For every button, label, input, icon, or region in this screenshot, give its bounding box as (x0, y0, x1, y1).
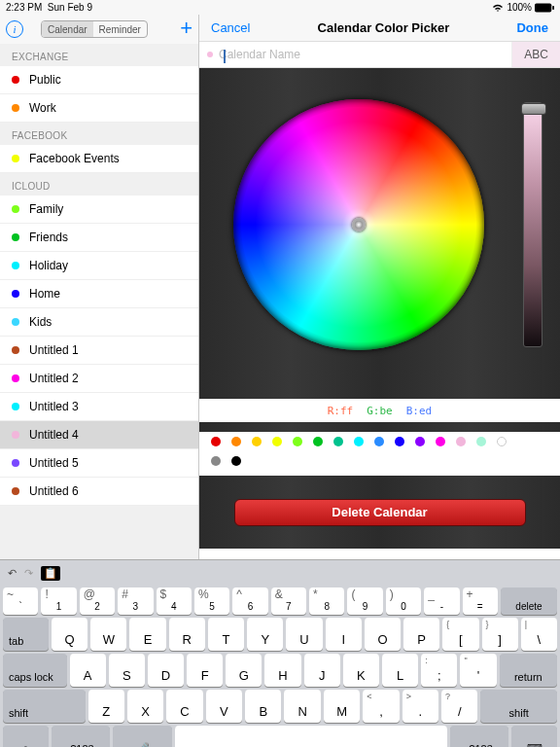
brightness-handle[interactable] (521, 103, 546, 115)
swatch[interactable] (211, 437, 221, 446)
key[interactable]: shift (480, 690, 557, 723)
swatch[interactable] (456, 437, 466, 446)
key[interactable]: (9 (347, 587, 382, 615)
key[interactable]: I (326, 618, 362, 651)
tab-reminder[interactable]: Reminder (93, 21, 147, 37)
key[interactable]: L (382, 654, 418, 687)
sidebar-item[interactable]: Untitled 1 (0, 337, 198, 365)
key[interactable]: caps lock (3, 654, 67, 687)
swatch[interactable] (374, 437, 384, 446)
sidebar-item[interactable]: Work (0, 94, 198, 123)
swatch[interactable] (293, 437, 302, 446)
key[interactable]: *8 (309, 587, 344, 615)
key[interactable]: ~` (3, 587, 38, 615)
key[interactable]: tab (3, 618, 49, 651)
mode-segmented[interactable]: Calendar Reminder (41, 20, 148, 38)
swatch[interactable] (211, 456, 221, 466)
key[interactable]: Q (52, 618, 88, 651)
key[interactable]: M (324, 690, 360, 723)
key[interactable]: K (343, 654, 379, 687)
swatch[interactable] (313, 437, 323, 446)
key[interactable]: += (463, 587, 498, 615)
key[interactable]: D (148, 654, 184, 687)
swatch[interactable] (231, 456, 241, 466)
key[interactable]: <, (363, 690, 399, 723)
info-button[interactable]: i (6, 20, 23, 38)
key[interactable]: V (206, 690, 242, 723)
sidebar-item[interactable]: Friends (0, 224, 198, 252)
cancel-button[interactable]: Cancel (211, 20, 250, 35)
key[interactable]: S (109, 654, 145, 687)
key[interactable]: !1 (41, 587, 76, 615)
wheel-handle[interactable] (352, 218, 366, 231)
key[interactable]: E (129, 618, 165, 651)
color-wheel[interactable] (233, 99, 484, 350)
key[interactable]: >. (402, 690, 438, 723)
key[interactable]: |\ (521, 618, 557, 651)
key[interactable]: }] (482, 618, 518, 651)
key[interactable]: F (187, 654, 223, 687)
key[interactable]: R (169, 618, 205, 651)
brightness-slider[interactable] (523, 102, 542, 347)
key[interactable]: .?123 (52, 726, 111, 747)
key[interactable]: ^6 (232, 587, 267, 615)
key[interactable]: _- (424, 587, 459, 615)
swatch[interactable] (272, 437, 282, 446)
mic-key[interactable]: 🎤 (113, 726, 172, 747)
sidebar-item[interactable]: Public (0, 66, 198, 94)
key[interactable]: J (304, 654, 340, 687)
add-button[interactable]: + (180, 16, 192, 44)
sidebar-item[interactable]: Facebook Events (0, 145, 198, 173)
delete-calendar-button[interactable]: Delete Calendar (234, 499, 526, 526)
swatch[interactable] (436, 437, 445, 446)
done-button[interactable]: Done (516, 20, 548, 35)
swatch[interactable] (395, 437, 404, 446)
key[interactable]: $4 (157, 587, 192, 615)
tab-calendar[interactable]: Calendar (42, 21, 93, 37)
key[interactable]: A (70, 654, 106, 687)
key[interactable]: :; (421, 654, 457, 687)
hide-keyboard-key[interactable]: ⌨ (511, 726, 557, 747)
key[interactable]: G (226, 654, 262, 687)
key[interactable]: {[ (442, 618, 478, 651)
keyboard[interactable]: ↶ ↷ 📋 ~`!1@2#3$4%5^6&7*8(9)0_-+=deleteta… (0, 560, 560, 747)
key[interactable]: N (284, 690, 320, 723)
key[interactable]: )0 (386, 587, 421, 615)
key[interactable]: Y (247, 618, 283, 651)
key[interactable]: shift (3, 690, 86, 723)
swatch[interactable] (415, 437, 425, 446)
key[interactable]: X (127, 690, 163, 723)
sidebar-item[interactable]: Holiday (0, 252, 198, 280)
key[interactable]: Z (88, 690, 124, 723)
emoji-key[interactable]: ☺ (3, 726, 49, 747)
swatch[interactable] (354, 437, 364, 446)
key[interactable]: C (166, 690, 202, 723)
key[interactable]: delete (501, 587, 557, 615)
swatch[interactable] (231, 437, 241, 446)
sidebar-item[interactable]: Untitled 3 (0, 393, 198, 421)
swatch[interactable] (497, 437, 507, 446)
key[interactable]: .?123 (450, 726, 509, 747)
key[interactable]: U (286, 618, 322, 651)
key[interactable]: "' (460, 654, 496, 687)
key[interactable]: #3 (118, 587, 153, 615)
swatch[interactable] (476, 437, 486, 446)
sidebar-item[interactable]: Untitled 4 (0, 421, 198, 449)
sidebar-item[interactable]: Untitled 6 (0, 478, 198, 506)
key[interactable]: B (245, 690, 281, 723)
key[interactable]: %5 (194, 587, 229, 615)
clipboard-icon[interactable]: 📋 (41, 566, 60, 581)
key[interactable]: O (365, 618, 401, 651)
key[interactable]: return (500, 654, 558, 687)
key[interactable]: @2 (80, 587, 115, 615)
sidebar-item[interactable]: Untitled 2 (0, 365, 198, 393)
key[interactable] (175, 726, 447, 747)
swatch[interactable] (333, 437, 343, 446)
key[interactable]: ?/ (441, 690, 477, 723)
sidebar-item[interactable]: Home (0, 280, 198, 308)
sidebar-item[interactable]: Family (0, 196, 198, 224)
key[interactable]: H (264, 654, 300, 687)
sidebar-item[interactable]: Untitled 5 (0, 449, 198, 478)
swatch[interactable] (252, 437, 262, 446)
redo-icon[interactable]: ↷ (24, 567, 33, 580)
